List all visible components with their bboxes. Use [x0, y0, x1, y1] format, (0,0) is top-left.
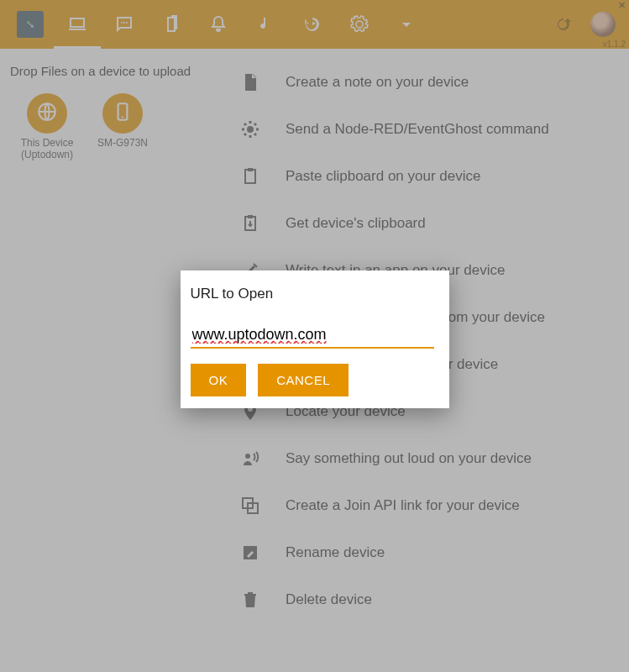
ok-button[interactable]: OK	[191, 364, 247, 396]
url-input[interactable]	[191, 323, 434, 349]
modal-overlay[interactable]: URL to Open OK CANCEL	[0, 0, 629, 672]
cancel-button[interactable]: CANCEL	[258, 364, 349, 396]
url-dialog: URL to Open OK CANCEL	[181, 270, 449, 408]
dialog-title: URL to Open	[191, 286, 439, 302]
